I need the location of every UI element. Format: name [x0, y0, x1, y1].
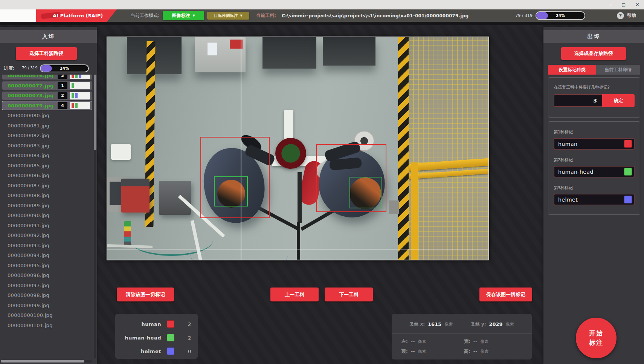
coordinate-unit: 像素 [418, 349, 426, 354]
label-name-value: human [558, 141, 577, 147]
bbox-human-head[interactable] [349, 177, 382, 208]
label-types-box: 第1种标记human第2种标记human-head第3种标记helmet [548, 121, 640, 215]
label-name-input[interactable]: helmet [554, 194, 635, 205]
legend-row: helmet0 [115, 344, 198, 358]
file-list-item[interactable]: 0000000083.jpg [2, 141, 92, 150]
file-list-item[interactable]: 0000000085.jpg [2, 161, 92, 170]
file-list-item[interactable]: 0000000093.jpg [2, 241, 92, 249]
file-list-item[interactable]: 0000000086.jpg [2, 171, 92, 180]
tab-current-item-details[interactable]: 当前工料详情 [596, 65, 640, 75]
horizontal-scrollbar[interactable] [1, 360, 92, 362]
label-name-input[interactable]: human [554, 138, 635, 150]
bbox-human-head[interactable] [214, 176, 248, 206]
file-list-item[interactable]: 0000000098.jpg [2, 291, 92, 300]
clear-annotations-button[interactable]: 清除该图一切标记 [117, 288, 174, 301]
file-list-item[interactable]: 0000000090.jpg [2, 211, 92, 220]
file-list-item[interactable]: 0000000099.jpg [2, 301, 92, 309]
file-list-item[interactable]: 0000000092.jpg [2, 231, 92, 240]
bbox-layer [107, 37, 488, 260]
save-annotations-button[interactable]: 保存该图一切标记 [479, 288, 532, 301]
file-name: 0000000077.jpg [8, 83, 54, 89]
image-annotation-mode-dropdown[interactable]: 图像标注 ▼ [163, 11, 204, 20]
color-bar [72, 75, 74, 78]
header-progress-count: 79 / 319 [509, 9, 533, 22]
divider [392, 333, 532, 334]
scrollbar-thumb[interactable] [94, 75, 96, 150]
app-window: – ◻ ✕ AI Platform (SAIP) 当前工作模式: 图像标注 ▼ … [0, 0, 644, 364]
chevron-down-icon: ▼ [240, 14, 242, 17]
minimize-icon[interactable]: – [609, 2, 612, 7]
maximize-icon[interactable]: ◻ [621, 2, 626, 7]
file-name: 0000000099.jpg [8, 303, 49, 308]
vertical-scrollbar[interactable] [94, 75, 96, 358]
file-list-item[interactable]: 0000000089.jpg [2, 201, 92, 210]
file-list-item[interactable]: 0000000091.jpg [2, 221, 92, 229]
annotation-color-chart [70, 82, 90, 89]
next-item-button[interactable]: 下一工料 [325, 288, 373, 301]
header-progress-bar: 24% [536, 11, 585, 20]
file-list-item[interactable]: 0000000096.jpg [2, 271, 92, 280]
file-name: 0000000082.jpg [8, 133, 49, 138]
confirm-button[interactable]: 确定 [602, 94, 635, 107]
select-output-path-button[interactable]: 选择成品存放路径 [561, 47, 626, 60]
file-name: 0000000078.jpg [8, 93, 54, 98]
file-list-item[interactable]: 0000000084.jpg [2, 151, 92, 160]
file-list-item[interactable]: 0000000097.jpg [2, 281, 92, 289]
file-list-item[interactable]: 0000000077.jpg1 [2, 81, 92, 90]
file-name: 0000000086.jpg [8, 173, 49, 178]
label-color-swatch[interactable] [624, 168, 632, 176]
file-list-item[interactable]: 00000000100.jpg [2, 311, 92, 320]
coordinate-unit: 像素 [444, 321, 453, 327]
file-name: 0000000079.jpg [8, 103, 54, 109]
label-count-input[interactable]: 3 [554, 94, 602, 107]
coordinate-label: 叉丝 y: [471, 321, 486, 327]
annotation-count-badge: 3 [58, 75, 67, 79]
start-annotation-button[interactable]: 开始 标注 [576, 318, 617, 358]
coordinate-cell: 高:--像素 [464, 348, 526, 355]
label-name-input[interactable]: human-head [554, 166, 635, 177]
file-list-item[interactable]: 0000000076.jpg3 [2, 75, 92, 80]
file-name: 0000000096.jpg [8, 272, 49, 278]
previous-item-button[interactable]: 上一工料 [270, 288, 319, 301]
coordinate-cell: 叉丝 y:2029像素 [471, 321, 514, 327]
help-button[interactable]: ? 帮助 [617, 9, 636, 22]
file-list-item[interactable]: 0000000094.jpg [2, 251, 92, 260]
file-list-item[interactable]: 0000000078.jpg2 [2, 92, 92, 100]
label-name-value: human-head [558, 169, 594, 175]
file-list-item[interactable]: 0000000082.jpg [2, 132, 92, 140]
coordinate-unit: 像素 [481, 349, 489, 354]
color-bar [75, 93, 78, 98]
select-source-path-button[interactable]: 选择工料源路径 [16, 47, 77, 60]
legend-color-swatch [167, 347, 174, 355]
annotation-count-badge: 4 [58, 102, 67, 109]
legend-count: 2 [188, 335, 191, 341]
coordinate-label: 左: [401, 338, 408, 345]
input-panel: 入埠 选择工料源路径 进度: 79 / 319 24% 0000000076.j… [0, 27, 97, 364]
right-panel-tabs: 设置标记种类 当前工料详情 [548, 65, 640, 75]
file-list-item[interactable]: 0000000081.jpg [2, 121, 92, 130]
progress-percent: 24% [536, 12, 584, 19]
file-list-item[interactable]: 0000000080.jpg [2, 112, 92, 120]
input-panel-title: 入埠 [0, 30, 97, 43]
legend-class-label: human-head [115, 335, 161, 341]
scrollbar-thumb[interactable] [1, 360, 84, 362]
detection-annotation-mode-dropdown[interactable]: 目标检测标注 ▼ [207, 12, 249, 20]
label-color-swatch[interactable] [624, 196, 632, 203]
tab-set-label-types[interactable]: 设置标记种类 [548, 65, 596, 75]
file-list-item[interactable]: 0000000095.jpg [2, 261, 92, 269]
coordinate-cell: 左:--像素 [401, 338, 464, 345]
progress-label: 进度: [4, 65, 15, 72]
file-name: 0000000090.jpg [8, 213, 49, 218]
close-icon[interactable]: ✕ [635, 2, 639, 7]
sidebar-progress-bar: 24% [40, 64, 89, 72]
file-list-item[interactable]: 0000000079.jpg4 [2, 101, 92, 110]
progress-count: 79 / 319 [22, 66, 38, 70]
logo-area [0, 9, 39, 22]
annotation-canvas[interactable] [107, 37, 489, 260]
annotation-count-badge: 1 [58, 82, 67, 89]
label-color-swatch[interactable] [624, 140, 632, 148]
file-list-item[interactable]: 00000000101.jpg [2, 321, 92, 329]
work-mode-label: 当前工作模式: [131, 9, 159, 22]
file-list-item[interactable]: 0000000088.jpg [2, 191, 92, 200]
file-list-item[interactable]: 0000000087.jpg [2, 181, 92, 190]
